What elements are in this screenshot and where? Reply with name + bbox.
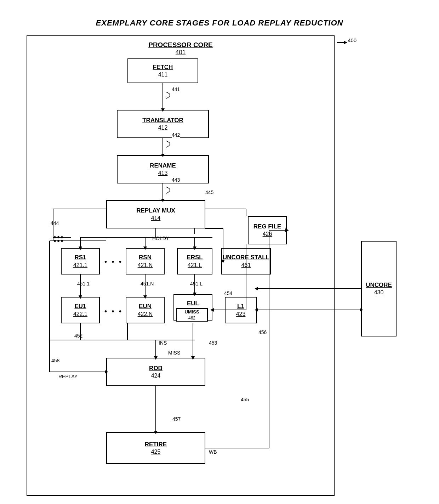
rob-box: ROB 424 bbox=[106, 358, 205, 386]
rename-box: RENAME 413 bbox=[117, 155, 209, 183]
dots-rs: • • • bbox=[104, 258, 123, 266]
label-452: 452 bbox=[74, 333, 82, 339]
label-wb: WB bbox=[209, 449, 217, 455]
label-miss: MISS bbox=[168, 350, 180, 356]
label-451-l: 451.L bbox=[190, 281, 203, 287]
l1-box: L1 423 bbox=[225, 297, 257, 323]
label-451-n: 451.N bbox=[141, 281, 154, 287]
page: EXEMPLARY CORE STAGES FOR LOAD REPLAY RE… bbox=[0, 0, 439, 504]
label-holdy: HOLDY bbox=[152, 236, 169, 241]
label-441: 441 bbox=[172, 86, 180, 92]
label-442: 442 bbox=[172, 132, 180, 138]
ersl-box: ERSL 421.L bbox=[177, 248, 212, 274]
label-ins: INS bbox=[159, 340, 167, 346]
label-replay: REPLAY bbox=[58, 374, 78, 379]
label-456: 456 bbox=[258, 329, 267, 335]
eun-box: EUN 422.N bbox=[126, 297, 165, 323]
uncore-box: UNCORE 430 bbox=[361, 241, 397, 336]
label-453: 453 bbox=[209, 340, 217, 346]
label-443: 443 bbox=[172, 177, 180, 183]
processor-core-label: PROCESSOR CORE 401 bbox=[27, 41, 335, 56]
uncore-stall-box: UNCORE STALL 461 bbox=[221, 248, 271, 274]
label-451-1: 451.1 bbox=[77, 281, 90, 287]
ref-400-label: — 400 bbox=[341, 37, 357, 43]
eu1-box: EU1 422.1 bbox=[61, 297, 100, 323]
diagram-title: EXEMPLARY CORE STAGES FOR LOAD REPLAY RE… bbox=[0, 18, 439, 28]
label-445: 445 bbox=[205, 189, 213, 195]
translator-box: TRANSLATOR 412 bbox=[117, 110, 209, 138]
umiss-box: UMISS 462 bbox=[176, 308, 208, 322]
replay-mux-box: REPLAY MUX 414 bbox=[106, 200, 205, 228]
label-454: 454 bbox=[224, 290, 232, 296]
rsn-box: RSN 421.N bbox=[126, 248, 165, 274]
label-458: 458 bbox=[51, 358, 59, 363]
label-455: 455 bbox=[241, 397, 249, 402]
label-444: 444 bbox=[51, 220, 59, 226]
retire-box: RETIRE 425 bbox=[106, 432, 205, 464]
dots-eu: • • • bbox=[104, 307, 123, 316]
reg-file-box: REG FILE 426 bbox=[248, 216, 287, 244]
rs1-box: RS1 421.1 bbox=[61, 248, 100, 274]
label-457: 457 bbox=[172, 416, 181, 422]
fetch-box: FETCH 411 bbox=[127, 58, 198, 83]
